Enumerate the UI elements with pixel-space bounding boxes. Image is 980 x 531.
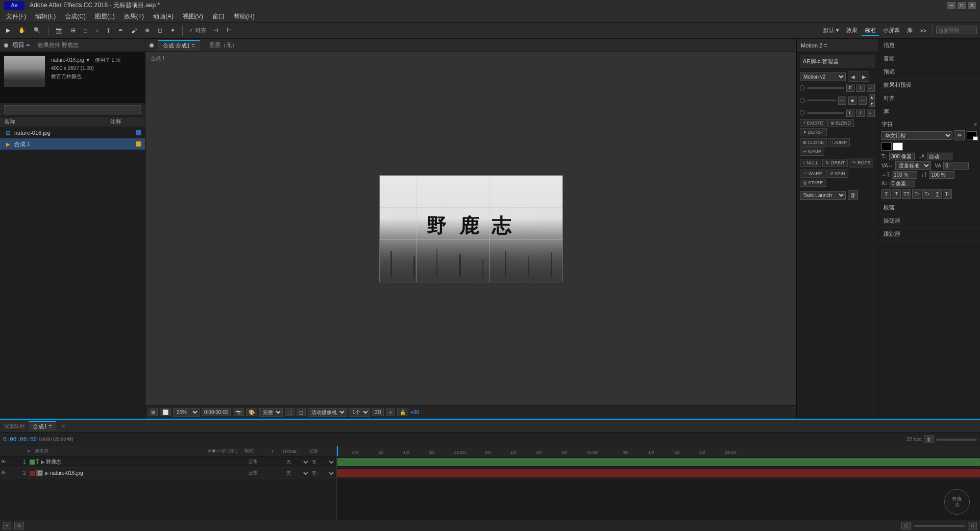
motion-burst-btn[interactable]: ✦ BURST bbox=[800, 128, 827, 136]
comp-color-btn[interactable]: 🎨 bbox=[246, 408, 257, 416]
motion-dash2-btn-2[interactable]: — bbox=[859, 96, 867, 105]
task-trash-btn[interactable]: 🗑 bbox=[848, 190, 858, 200]
tl-go-end-btn[interactable]: ⟩⟩ bbox=[968, 522, 977, 529]
motion-up-btn[interactable]: ▲ bbox=[869, 94, 875, 100]
font-bold-btn[interactable]: ✏ bbox=[954, 130, 965, 140]
motion-i-btn-3[interactable]: I bbox=[856, 109, 865, 117]
motion-f-btn-1[interactable]: F bbox=[846, 84, 854, 92]
tracking-input[interactable] bbox=[943, 162, 969, 170]
motion-i-btn-1[interactable]: I bbox=[856, 84, 865, 92]
leading-input[interactable] bbox=[927, 153, 952, 160]
audio-section[interactable]: 音频 bbox=[878, 52, 980, 65]
menu-view[interactable]: 视图(V) bbox=[179, 11, 207, 22]
motion-blend-btn[interactable]: ⊕ BLEND bbox=[827, 119, 854, 127]
project-item-nature[interactable]: 🖼 nature-016.jpg bbox=[0, 127, 145, 138]
motion-dash-btn-2[interactable]: — bbox=[838, 96, 846, 105]
timeline-layer-1[interactable]: 👁 1 T ▶ 野鹿志 正常 无 无 bbox=[0, 456, 336, 468]
motion-down-btn[interactable]: ▼ bbox=[869, 101, 875, 107]
layer1-eye-btn[interactable]: 👁 bbox=[1, 459, 7, 465]
comp-camera-select[interactable]: 活动摄像机 bbox=[308, 408, 347, 417]
align-section[interactable]: 对齐 bbox=[878, 92, 980, 105]
tool-clone[interactable]: ⊕ bbox=[142, 26, 153, 35]
tool-eraser[interactable]: ◻ bbox=[155, 26, 165, 35]
tool-hand[interactable]: ✋ bbox=[15, 26, 29, 35]
tool-ellipse[interactable]: ○ bbox=[92, 27, 102, 35]
style-caps1[interactable]: TT bbox=[902, 189, 911, 199]
motion-jump-btn[interactable]: ↑ JUMP bbox=[828, 138, 850, 147]
expression-section[interactable]: 跟踪器 bbox=[878, 228, 980, 241]
comp-snap-btn[interactable]: ⊞ bbox=[149, 408, 158, 416]
search-input[interactable] bbox=[936, 27, 977, 34]
tl-comp1-tab[interactable]: 合成1 = bbox=[29, 421, 56, 431]
close-button[interactable]: ✕ bbox=[968, 2, 976, 9]
motion-spin-btn[interactable]: ↺ SPIN bbox=[826, 170, 848, 178]
layer2-parent-select[interactable]: 无 bbox=[310, 470, 335, 476]
style-caps2[interactable]: Tr bbox=[912, 189, 921, 199]
tool-align-r[interactable]: ⊢ bbox=[224, 26, 235, 35]
window-controls[interactable]: ─ □ ✕ bbox=[947, 2, 976, 9]
scale-h-input[interactable] bbox=[892, 171, 917, 179]
motion-r-btn-3[interactable]: ⌐ bbox=[867, 109, 875, 117]
project-item-comp[interactable]: ▶ 合成 1 bbox=[0, 138, 145, 150]
menu-composition[interactable]: 合成(C) bbox=[61, 11, 90, 22]
motion-slider-2[interactable] bbox=[807, 100, 836, 101]
ws-standard[interactable]: 标准 bbox=[862, 26, 879, 36]
tool-zoom[interactable]: 🔍 bbox=[31, 26, 44, 35]
ws-library[interactable]: 库 bbox=[904, 26, 916, 35]
paragraph-section[interactable]: 段落 bbox=[878, 201, 980, 214]
baseline-input[interactable] bbox=[890, 180, 915, 187]
font-size-input[interactable] bbox=[889, 153, 915, 160]
layer1-trkmat-select[interactable]: 无 bbox=[284, 459, 310, 465]
motion-null-btn[interactable]: ○ NULL bbox=[800, 159, 821, 167]
tool-arrow[interactable]: ▶ bbox=[3, 26, 13, 35]
menu-help[interactable]: 帮助(H) bbox=[230, 11, 259, 22]
track-bar-1[interactable] bbox=[337, 458, 980, 466]
comp-timecode-btn[interactable]: 0:00:00:00 bbox=[202, 408, 231, 416]
swatch-white[interactable] bbox=[893, 142, 903, 151]
tool-rect[interactable]: □ bbox=[81, 27, 90, 35]
effects-presets-section[interactable]: 效果和预设 bbox=[878, 79, 980, 92]
color-box[interactable] bbox=[967, 131, 977, 139]
tool-puppet[interactable]: ✦ bbox=[167, 26, 178, 35]
comp-resolution-select[interactable]: 完整 bbox=[259, 408, 283, 417]
tl-settings-btn[interactable]: ⚙ bbox=[14, 522, 24, 529]
tl-trash-btn[interactable]: 🗑 bbox=[924, 436, 934, 443]
comp-3d-btn[interactable]: 3D bbox=[372, 408, 384, 416]
comp-lock-btn[interactable]: 🔒 bbox=[397, 408, 408, 416]
ws-effects[interactable]: 效果 bbox=[843, 26, 861, 35]
swatch-black[interactable] bbox=[881, 142, 892, 151]
ws-small[interactable]: 小屏幕 bbox=[880, 26, 903, 35]
motion-l-btn-3[interactable]: L bbox=[846, 109, 854, 117]
comp-alpha-btn[interactable]: ◻ bbox=[297, 408, 306, 416]
tl-scroll-bar[interactable] bbox=[914, 525, 965, 527]
tl-render-queue[interactable]: 渲染队列 bbox=[4, 423, 24, 430]
tracker-section[interactable]: 振荡器 bbox=[878, 214, 980, 228]
menu-edit[interactable]: 编辑(E) bbox=[31, 11, 60, 22]
tool-brush[interactable]: 🖌 bbox=[128, 27, 140, 35]
character-menu-icon[interactable]: ≡ bbox=[974, 122, 977, 128]
comp-tab[interactable]: 合成 合成1 = bbox=[158, 40, 200, 51]
motion-orbit-btn[interactable]: ↻ ORBIT bbox=[822, 159, 848, 167]
style-strike[interactable]: T1 bbox=[943, 189, 952, 199]
motion-clone-btn[interactable]: ⊞ CLONE bbox=[800, 138, 827, 147]
tool-pen[interactable]: ✒ bbox=[115, 26, 126, 35]
motion-warp-btn[interactable]: 〰 WARP bbox=[800, 170, 825, 178]
comp-screen-btn[interactable]: ⬜ bbox=[160, 408, 171, 416]
layer2-trkmat-select[interactable]: 无 bbox=[284, 470, 310, 476]
tl-go-start-btn[interactable]: ⟨⟨ bbox=[901, 522, 911, 529]
comp-zoom-select[interactable]: 25%50%100% bbox=[173, 408, 200, 417]
minimize-button[interactable]: ─ bbox=[947, 2, 955, 9]
preview-section[interactable]: 预览 bbox=[878, 65, 980, 79]
layer1-parent-select[interactable]: 无 bbox=[310, 459, 335, 465]
motion-sq-btn-2[interactable]: ■ bbox=[848, 96, 856, 105]
tl-time-slider[interactable] bbox=[936, 439, 977, 441]
tl-timecode[interactable]: 0:00:00:00 bbox=[3, 436, 37, 443]
menu-effects[interactable]: 效果(T) bbox=[120, 11, 148, 22]
tool-grid[interactable]: ⊞ bbox=[68, 26, 79, 35]
motion-stare-btn[interactable]: ◎ STARE bbox=[800, 179, 826, 187]
kern-select[interactable]: 度量标准 bbox=[895, 161, 931, 170]
tool-align-l[interactable]: ⊣ bbox=[210, 26, 222, 35]
motion-version-select[interactable]: Motion v2 bbox=[800, 73, 846, 81]
task-launch-select[interactable]: Task Launch bbox=[800, 191, 846, 200]
style-under[interactable]: T bbox=[933, 189, 942, 199]
